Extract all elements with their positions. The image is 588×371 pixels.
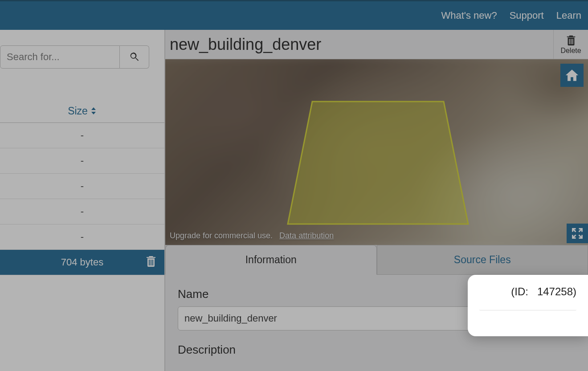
delete-label: Delete <box>560 47 581 55</box>
sort-icon <box>90 105 97 117</box>
expand-icon <box>571 227 584 240</box>
home-view-button[interactable] <box>560 64 584 87</box>
top-navbar: What's new? Support Learn <box>0 0 588 30</box>
tab-source-files[interactable]: Source Files <box>377 245 588 275</box>
detail-title-bar: new_building_denver Delete <box>165 30 588 59</box>
search-button[interactable] <box>120 45 149 69</box>
attribution-text: Upgrade for commercial use. Data attribu… <box>170 231 334 241</box>
left-panel: Size - - - - - 704 bytes <box>0 30 165 371</box>
search-input[interactable] <box>0 45 120 69</box>
home-icon <box>564 68 580 83</box>
nav-support[interactable]: Support <box>510 10 544 21</box>
preview-viewport[interactable]: Upgrade for commercial use. Data attribu… <box>165 59 588 245</box>
row-delete-button[interactable] <box>146 255 156 270</box>
delete-button[interactable]: Delete <box>553 30 588 59</box>
description-label: Description <box>178 343 576 357</box>
fullscreen-button[interactable] <box>567 224 588 243</box>
size-header-label: Size <box>68 105 88 117</box>
column-header-size[interactable]: Size <box>0 100 164 123</box>
table-row[interactable]: - <box>0 148 164 174</box>
data-attribution-link[interactable]: Data attribution <box>279 231 334 240</box>
table-row[interactable]: - <box>0 199 164 224</box>
asset-table: Size - - - - - 704 bytes <box>0 100 164 275</box>
table-row-selected[interactable]: 704 bytes <box>0 250 164 275</box>
nav-whatsnew[interactable]: What's new? <box>441 10 497 21</box>
search-icon <box>129 51 140 63</box>
detail-tabs: Information Source Files <box>165 245 588 275</box>
table-row[interactable]: - <box>0 224 164 250</box>
table-row[interactable]: - <box>0 123 164 148</box>
table-row[interactable]: - <box>0 174 164 199</box>
trash-icon <box>146 255 156 267</box>
asset-title: new_building_denver <box>165 35 553 54</box>
id-popup: (ID: 147258) <box>468 275 588 336</box>
asset-id-text: (ID: 147258) <box>479 285 576 298</box>
geometry-overlay <box>286 99 473 230</box>
nav-learn[interactable]: Learn <box>556 10 581 21</box>
tab-information[interactable]: Information <box>165 245 377 275</box>
svg-marker-0 <box>288 102 468 224</box>
trash-icon <box>566 34 576 46</box>
popup-underline <box>479 309 576 310</box>
